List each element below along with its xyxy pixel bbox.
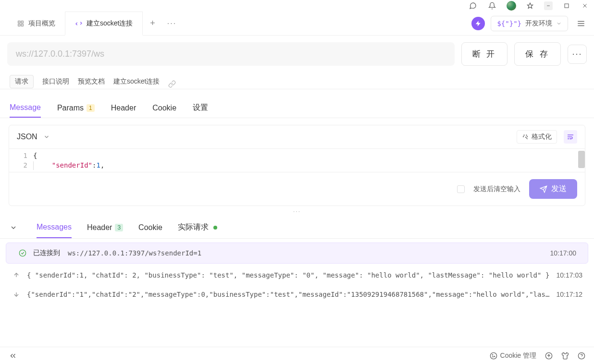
svg-point-15 [492, 354, 493, 355]
editor-footer: 发送后清空输入 发送 [9, 172, 585, 206]
tabbar: 项目概览 建立socket连接 + ··· ${"}"} 开发环境 [0, 12, 594, 36]
pin-icon[interactable] [526, 1, 534, 10]
response-tabs: Messages Header 3 Cookie 实际请求 [0, 217, 594, 239]
message-sent[interactable]: { "senderId":1, "chatId": 2, "businessTy… [0, 266, 594, 285]
scrollbar-thumb[interactable] [578, 151, 585, 168]
request-tabs: Message Params 1 Header Cookie 设置 [0, 98, 594, 118]
tab-more-button[interactable]: ··· [162, 19, 181, 28]
link-icon[interactable] [168, 77, 177, 86]
editor-head: JSON 格式化 [9, 125, 585, 149]
check-icon [18, 249, 27, 257]
timestamp: 10:17:03 [557, 271, 583, 279]
tab-overview[interactable]: 项目概览 [7, 12, 65, 36]
grid-icon [17, 20, 25, 27]
breadcrumb-title: 建立socket连接 [113, 74, 160, 89]
arrow-up-icon [12, 272, 21, 279]
resp-tab-messages[interactable]: Messages [37, 217, 72, 238]
env-select[interactable]: ${"}"} 开发环境 [491, 16, 568, 31]
format-select[interactable]: JSON [17, 133, 50, 141]
bracket-icon: ${"}"} [497, 20, 521, 27]
tab-header[interactable]: Header [111, 99, 136, 117]
svg-point-14 [490, 352, 496, 359]
chat-icon[interactable] [468, 1, 478, 11]
bell-icon[interactable] [487, 1, 497, 11]
svg-rect-6 [18, 24, 20, 26]
tab-cookie[interactable]: Cookie [152, 99, 176, 117]
code-line: { [33, 151, 585, 160]
tab-add-button[interactable]: + [143, 18, 162, 28]
maximize-icon[interactable] [562, 1, 571, 10]
avatar[interactable] [507, 1, 516, 11]
help-icon[interactable] [578, 352, 585, 360]
more-button[interactable]: ··· [568, 45, 587, 64]
divider-grip[interactable]: ··· [0, 206, 594, 217]
message-received[interactable]: {"senderId":"1","chatId":"2","messageTyp… [0, 285, 594, 304]
url-row: ws://127.0.0.1:7397/ws 断 开 保 存 ··· [0, 36, 594, 73]
footer: Cookie 管理 [0, 347, 594, 364]
gutter: 1 2 [9, 149, 33, 172]
tab-label: 项目概览 [28, 19, 55, 28]
tab-settings[interactable]: 设置 [193, 98, 208, 118]
chevron-down-icon [43, 133, 50, 140]
tab-label: 实际请求 [178, 222, 209, 232]
disconnect-button[interactable]: 断 开 [461, 42, 508, 66]
minimize-icon[interactable] [544, 1, 553, 10]
resp-tab-actual[interactable]: 实际请求 [178, 217, 217, 238]
magic-icon [522, 133, 529, 140]
quick-action-button[interactable] [471, 17, 485, 30]
menu-button[interactable] [574, 16, 588, 31]
svg-rect-7 [21, 24, 23, 26]
cookie-mgmt-label: Cookie 管理 [500, 352, 536, 360]
timestamp: 10:17:00 [550, 249, 577, 257]
clear-label: 发送后清空输入 [473, 185, 520, 194]
line-number: 1 [9, 151, 27, 160]
subtab-api-desc[interactable]: 接口说明 [42, 74, 69, 89]
tab-message[interactable]: Message [10, 98, 41, 118]
editor-panel: JSON 格式化 1 2 { "senderId":1, 发送后清空输入 发送 [9, 125, 585, 206]
line-number: 2 [9, 160, 27, 170]
tab-label: Header [87, 223, 112, 232]
tab-socket[interactable]: 建立socket连接 [65, 12, 143, 36]
code-editor[interactable]: 1 2 { "senderId":1, [9, 149, 585, 172]
svg-point-11 [19, 250, 25, 256]
tab-params[interactable]: Params 1 [57, 99, 95, 117]
url-input[interactable]: ws://127.0.0.1:7397/ws [7, 42, 455, 66]
code-content[interactable]: { "senderId":1, [33, 149, 585, 172]
svg-rect-4 [18, 21, 20, 23]
subtab-request[interactable]: 请求 [10, 75, 34, 88]
chevron-down-icon [556, 21, 562, 26]
clear-checkbox[interactable] [457, 185, 465, 193]
send-icon [540, 185, 547, 193]
message-connected[interactable]: 已连接到 ws://127.0.0.1:7397/ws?senderId=1 1… [6, 243, 588, 264]
format-label: 格式化 [532, 133, 552, 141]
cookie-mgmt-button[interactable]: Cookie 管理 [490, 352, 536, 360]
resp-tab-header[interactable]: Header 3 [87, 218, 123, 238]
wrap-button[interactable] [564, 130, 577, 144]
collapse-button[interactable] [10, 224, 21, 231]
connected-url: ws://127.0.0.1:7397/ws?senderId=1 [68, 249, 544, 257]
resp-tab-cookie[interactable]: Cookie [138, 218, 162, 238]
tab-label: Params [57, 104, 84, 112]
svg-point-16 [494, 356, 495, 356]
save-button[interactable]: 保 存 [514, 42, 561, 66]
subtabs: 请求 接口说明 预览文档 建立socket连接 [0, 73, 594, 89]
svg-point-17 [493, 356, 493, 357]
message-text: {"senderId":"1","chatId":"2","messageTyp… [27, 291, 551, 298]
collapse-sidebar-button[interactable] [9, 352, 17, 360]
status-dot [213, 226, 217, 230]
params-badge: 1 [87, 104, 95, 112]
subtab-preview-doc[interactable]: 预览文档 [78, 74, 105, 89]
tab-label: 建立socket连接 [87, 19, 133, 28]
send-label: 发送 [551, 184, 567, 194]
titlebar [0, 0, 594, 12]
cookie-icon [490, 352, 497, 360]
send-button[interactable]: 发送 [529, 179, 577, 199]
message-list: 已连接到 ws://127.0.0.1:7397/ws?senderId=1 1… [0, 239, 594, 304]
close-icon[interactable] [581, 1, 589, 10]
shirt-icon[interactable] [561, 352, 569, 360]
svg-rect-1 [565, 4, 569, 8]
connected-label: 已连接到 [33, 249, 60, 257]
format-button[interactable]: 格式化 [517, 130, 557, 144]
upload-icon[interactable] [545, 352, 553, 360]
socket-icon [75, 20, 83, 27]
